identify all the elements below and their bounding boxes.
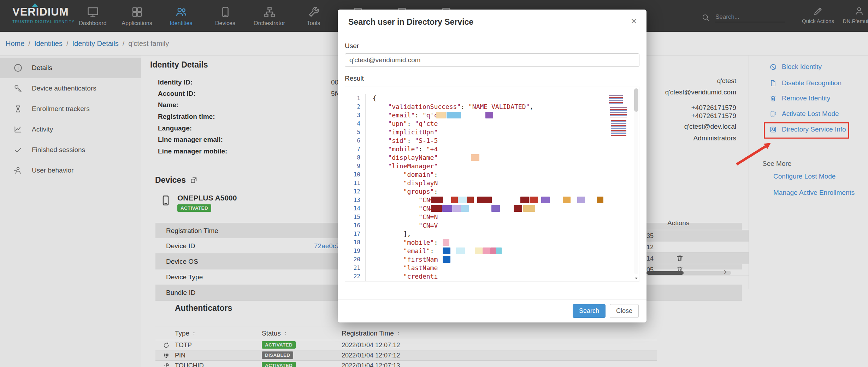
line-number: 10 — [345, 170, 366, 179]
line-number: 21 — [345, 264, 366, 272]
redaction-block — [483, 247, 490, 254]
redaction-block — [471, 154, 479, 161]
code-text: "displayName" — [366, 153, 639, 162]
code-line: 12 "groups": — [345, 187, 639, 196]
redaction-block — [443, 256, 450, 263]
line-number: 15 — [345, 213, 366, 221]
redaction-block — [443, 239, 449, 246]
redaction-block — [443, 247, 450, 254]
caret-down-icon[interactable] — [634, 276, 639, 281]
code-line: 3 "email": "q'c — [345, 111, 639, 120]
close-button[interactable]: Close — [610, 304, 639, 318]
editor-scrollbar-thumb[interactable] — [634, 88, 638, 112]
code-text: { — [366, 94, 639, 103]
code-text: "CN=N — [366, 213, 639, 221]
redaction-block — [491, 205, 500, 212]
line-number: 8 — [345, 153, 366, 162]
redaction-block — [490, 247, 496, 254]
redaction-block — [456, 247, 465, 254]
directory-user-input[interactable] — [345, 53, 639, 67]
code-line: 21 "lastName — [345, 264, 639, 272]
line-number: 17 — [345, 230, 366, 238]
code-line: 7 "mobile": "+4 — [345, 145, 639, 153]
annotation-highlight-box — [764, 122, 849, 139]
code-text: "email": — [366, 247, 639, 255]
modal-body: User Result 1{2 "validationSuccess": "NA… — [338, 42, 646, 282]
code-text: "sid": "S-1-5 — [366, 136, 639, 145]
redaction-block — [447, 112, 461, 118]
code-text: "groups": — [366, 187, 639, 196]
directory-service-modal: Search user in Directory Service ✕ User … — [338, 10, 646, 322]
code-text: "CN=V — [366, 196, 639, 204]
code-lines: 1{2 "validationSuccess": "NAME_VALIDATED… — [345, 87, 639, 281]
line-number: 12 — [345, 187, 366, 196]
user-field-label: User — [345, 42, 639, 50]
redaction-block — [577, 197, 585, 203]
redaction-block — [442, 205, 452, 212]
code-line: 20 "firstNam — [345, 255, 639, 264]
json-result-editor[interactable]: 1{2 "validationSuccess": "NAME_VALIDATED… — [345, 87, 639, 282]
line-number: 14 — [345, 204, 366, 213]
redaction-block — [431, 197, 443, 203]
redaction-block — [597, 197, 603, 203]
code-line: 13 "CN=V — [345, 196, 639, 204]
redaction-block — [475, 247, 483, 254]
code-line: 9 "lineManager" — [345, 162, 639, 170]
search-button[interactable]: Search — [573, 304, 606, 318]
line-number: 18 — [345, 238, 366, 247]
code-text: "mobile": — [366, 238, 639, 247]
code-line: 5 "implicitUpn" — [345, 128, 639, 136]
line-number: 9 — [345, 162, 366, 170]
line-number: 20 — [345, 255, 366, 264]
code-text: "displayN — [366, 179, 639, 187]
code-text: "email": "q'c — [366, 111, 639, 120]
line-number: 11 — [345, 179, 366, 187]
code-line: 17 ], — [345, 230, 639, 238]
code-text: ], — [366, 230, 639, 238]
close-icon[interactable]: ✕ — [631, 17, 637, 26]
annotation-arrow — [721, 138, 781, 177]
code-line: 15 "CN=N — [345, 213, 639, 221]
line-number: 6 — [345, 136, 366, 145]
code-line: 1{ — [345, 94, 639, 103]
code-line: 6 "sid": "S-1-5 — [345, 136, 639, 145]
code-line: 11 "displayN — [345, 179, 639, 187]
code-text: "validationSuccess": "NAME_VALIDATED", — [366, 103, 639, 111]
code-line: 22 "credenti — [345, 272, 639, 281]
code-text: "implicitUpn" — [366, 128, 639, 136]
redaction-block — [520, 197, 529, 203]
redaction-block — [563, 197, 571, 203]
editor-scrollbar[interactable] — [634, 88, 638, 274]
redaction-block — [467, 197, 474, 203]
redaction-block — [431, 205, 442, 212]
code-text: "CN=D — [366, 204, 639, 213]
code-line: 14 "CN=D — [345, 204, 639, 213]
line-number: 22 — [345, 272, 366, 281]
code-line: 8 "displayName" — [345, 153, 639, 162]
line-number: 3 — [345, 111, 366, 120]
code-text: "mobile": "+4 — [366, 145, 639, 153]
modal-header: Search user in Directory Service ✕ — [338, 10, 646, 34]
code-text: "domain": — [366, 170, 639, 179]
redaction-block — [530, 197, 538, 203]
line-number: 7 — [345, 145, 366, 153]
line-number: 2 — [345, 103, 366, 111]
redaction-block — [451, 197, 458, 203]
line-number: 4 — [345, 120, 366, 128]
modal-footer: Search Close — [338, 299, 646, 322]
line-number: 13 — [345, 196, 366, 204]
code-line: 2 "validationSuccess": "NAME_VALIDATED", — [345, 103, 639, 111]
code-text: "lastName — [366, 264, 639, 272]
code-line: 10 "domain": — [345, 170, 639, 179]
code-line: 18 "mobile": — [345, 238, 639, 247]
line-number: 16 — [345, 221, 366, 230]
modal-title: Search user in Directory Service — [348, 17, 636, 27]
redaction-block — [496, 247, 502, 254]
code-text: "CN=V — [366, 221, 639, 230]
code-line: 16 "CN=V — [345, 221, 639, 230]
redaction-block — [452, 205, 461, 212]
redaction-block — [436, 112, 446, 118]
editor-minimap — [607, 95, 630, 137]
redaction-block — [514, 205, 522, 212]
line-number: 19 — [345, 247, 366, 255]
